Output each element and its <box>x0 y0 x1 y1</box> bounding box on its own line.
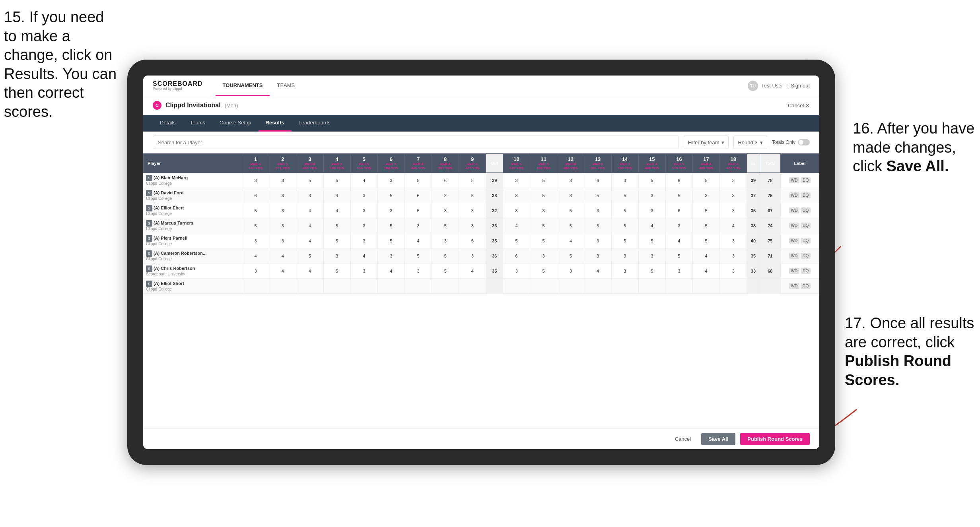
score-h11[interactable]: 3 <box>530 203 557 218</box>
score-h16[interactable] <box>665 279 692 294</box>
dq-button[interactable]: DQ <box>801 253 811 259</box>
score-h7[interactable]: 5 <box>404 203 432 218</box>
score-h13[interactable]: 5 <box>584 218 611 233</box>
score-h12[interactable]: 5 <box>557 218 584 233</box>
score-h3[interactable] <box>296 279 323 294</box>
score-h15[interactable]: 3 <box>638 203 665 218</box>
score-h10[interactable]: 3 <box>503 203 530 218</box>
score-h8[interactable]: 5 <box>432 248 459 264</box>
score-h6[interactable]: 5 <box>377 188 404 203</box>
score-h15[interactable]: 5 <box>638 233 665 248</box>
score-h4[interactable]: 5 <box>323 264 350 279</box>
score-h11[interactable]: 5 <box>530 233 557 248</box>
filter-team-dropdown[interactable]: Filter by team ▾ <box>684 136 729 149</box>
score-h12[interactable]: 4 <box>557 233 584 248</box>
score-h9[interactable]: 5 <box>459 188 486 203</box>
score-h17[interactable]: 4 <box>693 248 720 264</box>
score-h4[interactable]: 3 <box>323 248 350 264</box>
score-h11[interactable]: 5 <box>530 173 557 188</box>
score-h3[interactable]: 3 <box>296 188 323 203</box>
score-h10[interactable]: 4 <box>503 218 530 233</box>
score-h17[interactable]: 4 <box>693 264 720 279</box>
score-h2[interactable]: 4 <box>269 264 296 279</box>
score-h10[interactable]: 3 <box>503 173 530 188</box>
score-h1[interactable]: 3 <box>242 233 269 248</box>
score-h3[interactable]: 4 <box>296 233 323 248</box>
score-h11[interactable]: 5 <box>530 218 557 233</box>
score-h10[interactable]: 3 <box>503 188 530 203</box>
score-h6[interactable] <box>377 279 404 294</box>
score-h17[interactable] <box>693 279 720 294</box>
score-h14[interactable]: 3 <box>611 264 638 279</box>
tab-course-setup[interactable]: Course Setup <box>212 115 259 132</box>
score-h1[interactable]: 5 <box>242 203 269 218</box>
score-h6[interactable]: 4 <box>377 264 404 279</box>
wd-button[interactable]: WD <box>789 177 800 183</box>
score-h16[interactable]: 5 <box>665 248 692 264</box>
score-h8[interactable]: 3 <box>432 203 459 218</box>
score-h15[interactable]: 4 <box>638 218 665 233</box>
score-h7[interactable]: 3 <box>404 218 432 233</box>
score-h2[interactable]: 3 <box>269 218 296 233</box>
score-h9[interactable]: 5 <box>459 233 486 248</box>
score-h17[interactable]: 5 <box>693 233 720 248</box>
score-h16[interactable]: 6 <box>665 203 692 218</box>
score-h18[interactable] <box>720 279 747 294</box>
score-h8[interactable]: 5 <box>432 264 459 279</box>
score-h3[interactable]: 4 <box>296 264 323 279</box>
score-h10[interactable]: 6 <box>503 248 530 264</box>
score-h4[interactable]: 4 <box>323 188 350 203</box>
score-h4[interactable]: 4 <box>323 203 350 218</box>
score-h13[interactable]: 6 <box>584 173 611 188</box>
score-h10[interactable]: 5 <box>503 233 530 248</box>
score-h11[interactable]: 5 <box>530 264 557 279</box>
dq-button[interactable]: DQ <box>801 223 811 229</box>
score-h2[interactable]: 4 <box>269 248 296 264</box>
cancel-action-button[interactable]: Cancel <box>669 433 696 445</box>
dq-button[interactable]: DQ <box>801 192 811 198</box>
score-h12[interactable]: 3 <box>557 264 584 279</box>
score-h8[interactable]: 3 <box>432 188 459 203</box>
score-h18[interactable]: 3 <box>720 264 747 279</box>
score-h13[interactable]: 4 <box>584 264 611 279</box>
score-h13[interactable] <box>584 279 611 294</box>
score-h1[interactable] <box>242 279 269 294</box>
score-h15[interactable] <box>638 279 665 294</box>
score-h17[interactable]: 5 <box>693 218 720 233</box>
publish-round-scores-button[interactable]: Publish Round Scores <box>740 433 810 445</box>
wd-button[interactable]: WD <box>789 238 800 244</box>
score-h15[interactable]: 5 <box>638 173 665 188</box>
signout-link[interactable]: Sign out <box>791 83 810 89</box>
score-h18[interactable]: 4 <box>720 218 747 233</box>
score-h8[interactable] <box>432 279 459 294</box>
score-h13[interactable]: 5 <box>584 188 611 203</box>
score-h16[interactable]: 3 <box>665 264 692 279</box>
score-h15[interactable]: 3 <box>638 188 665 203</box>
score-h11[interactable]: 3 <box>530 248 557 264</box>
dq-button[interactable]: DQ <box>801 283 811 289</box>
score-h5[interactable]: 3 <box>350 264 377 279</box>
wd-button[interactable]: WD <box>789 192 800 198</box>
tab-details[interactable]: Details <box>153 115 183 132</box>
score-h9[interactable] <box>459 279 486 294</box>
score-h17[interactable]: 5 <box>693 203 720 218</box>
score-h15[interactable]: 5 <box>638 264 665 279</box>
score-h9[interactable]: 5 <box>459 173 486 188</box>
score-h7[interactable]: 3 <box>404 264 432 279</box>
score-h18[interactable]: 3 <box>720 203 747 218</box>
round-dropdown[interactable]: Round 3 ▾ <box>733 136 767 149</box>
score-h14[interactable]: 3 <box>611 173 638 188</box>
wd-button[interactable]: WD <box>789 268 800 274</box>
score-h7[interactable]: 4 <box>404 233 432 248</box>
wd-button[interactable]: WD <box>789 207 800 213</box>
wd-button[interactable]: WD <box>789 283 800 289</box>
score-h4[interactable] <box>323 279 350 294</box>
score-h4[interactable]: 5 <box>323 218 350 233</box>
tab-results[interactable]: Results <box>259 115 292 132</box>
score-h8[interactable]: 3 <box>432 233 459 248</box>
score-h14[interactable]: 5 <box>611 203 638 218</box>
score-h13[interactable]: 3 <box>584 203 611 218</box>
score-h4[interactable]: 5 <box>323 173 350 188</box>
score-h17[interactable]: 3 <box>693 188 720 203</box>
score-h18[interactable]: 3 <box>720 248 747 264</box>
